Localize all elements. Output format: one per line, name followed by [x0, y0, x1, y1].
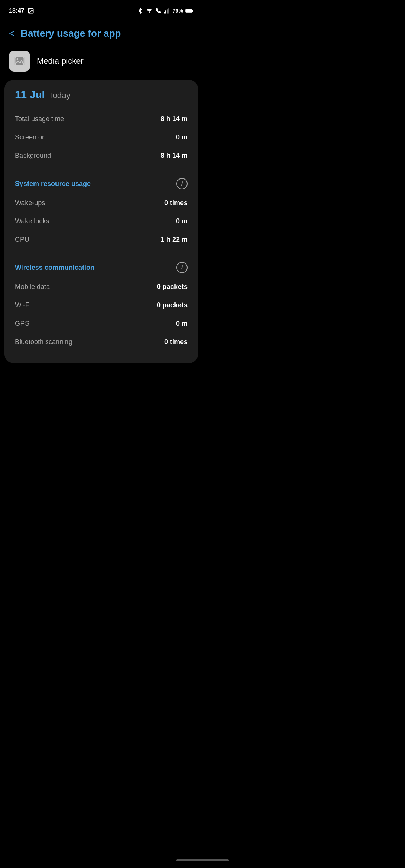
- status-time-group: 18:47: [9, 7, 34, 14]
- date-row: 11 Jul Today: [15, 89, 188, 101]
- clock: 18:47: [9, 7, 24, 14]
- date-main: 11 Jul: [15, 89, 45, 101]
- app-row: Media picker: [0, 47, 202, 80]
- wakeups-row: Wake-ups 0 times: [15, 194, 188, 212]
- image-status-icon: [27, 7, 34, 14]
- wireless-header: Wireless communication i: [15, 255, 188, 278]
- svg-rect-3: [164, 12, 165, 13]
- wifi-row: Wi-Fi 0 packets: [15, 296, 188, 314]
- gps-label: GPS: [15, 320, 29, 328]
- divider-2: [15, 252, 188, 252]
- wifi-icon: [146, 8, 153, 14]
- svg-point-2: [149, 13, 149, 13]
- system-resource-info-button[interactable]: i: [176, 178, 188, 189]
- svg-point-1: [29, 9, 30, 10]
- cpu-row: CPU 1 h 22 m: [15, 230, 188, 249]
- screen-on-label: Screen on: [15, 133, 46, 141]
- bluetooth-scanning-value: 0 times: [164, 338, 188, 346]
- total-usage-value: 8 h 14 m: [160, 115, 188, 123]
- svg-rect-6: [168, 8, 169, 13]
- divider-1: [15, 168, 188, 168]
- mobile-data-label: Mobile data: [15, 283, 50, 291]
- mobile-data-value: 0 packets: [157, 283, 188, 291]
- system-resource-header: System resource usage i: [15, 171, 188, 194]
- wifi-value: 0 packets: [157, 301, 188, 309]
- total-usage-label: Total usage time: [15, 115, 64, 123]
- svg-point-12: [17, 58, 19, 60]
- usage-row-screen: Screen on 0 m: [15, 128, 188, 147]
- signal-icon: [164, 8, 170, 14]
- usage-row-total: Total usage time 8 h 14 m: [15, 110, 188, 128]
- gps-row: GPS 0 m: [15, 314, 188, 333]
- status-bar: 18:47 79%: [0, 0, 202, 19]
- page-title: Battery usage for app: [21, 28, 121, 39]
- media-picker-icon: [13, 54, 26, 68]
- status-icons-group: 79%: [137, 7, 194, 14]
- date-sub: Today: [48, 91, 70, 100]
- wireless-section: Mobile data 0 packets Wi-Fi 0 packets GP…: [15, 278, 188, 351]
- gps-value: 0 m: [176, 320, 188, 328]
- usage-row-background: Background 8 h 14 m: [15, 147, 188, 165]
- wireless-info-button[interactable]: i: [176, 262, 188, 273]
- cpu-label: CPU: [15, 236, 29, 244]
- battery-percent: 79%: [172, 8, 183, 14]
- usage-section: Total usage time 8 h 14 m Screen on 0 m …: [15, 110, 188, 165]
- bluetooth-scanning-row: Bluetooth scanning 0 times: [15, 333, 188, 351]
- usage-card: 11 Jul Today Total usage time 8 h 14 m S…: [4, 80, 198, 363]
- screen-on-value: 0 m: [176, 133, 188, 141]
- call-icon: [155, 8, 161, 14]
- battery-icon: [185, 8, 194, 13]
- cpu-value: 1 h 22 m: [160, 236, 188, 244]
- wakelocks-row: Wake locks 0 m: [15, 212, 188, 230]
- app-icon: [9, 51, 30, 72]
- wakelocks-label: Wake locks: [15, 217, 49, 225]
- back-button[interactable]: <: [6, 26, 18, 41]
- system-resource-title: System resource usage: [15, 180, 91, 188]
- bluetooth-icon: [137, 7, 143, 14]
- background-value: 8 h 14 m: [160, 152, 188, 160]
- mobile-data-row: Mobile data 0 packets: [15, 278, 188, 296]
- svg-rect-8: [186, 10, 191, 12]
- wakelocks-value: 0 m: [176, 217, 188, 225]
- wakeups-value: 0 times: [164, 199, 188, 207]
- app-name: Media picker: [37, 56, 84, 66]
- wakeups-label: Wake-ups: [15, 199, 45, 207]
- system-resource-section: Wake-ups 0 times Wake locks 0 m CPU 1 h …: [15, 194, 188, 249]
- page-header: < Battery usage for app: [0, 19, 202, 47]
- svg-rect-4: [165, 10, 166, 13]
- svg-rect-5: [166, 9, 167, 13]
- wifi-label: Wi-Fi: [15, 301, 31, 309]
- wireless-title: Wireless communication: [15, 264, 94, 272]
- bluetooth-scanning-label: Bluetooth scanning: [15, 338, 72, 346]
- background-label: Background: [15, 152, 51, 160]
